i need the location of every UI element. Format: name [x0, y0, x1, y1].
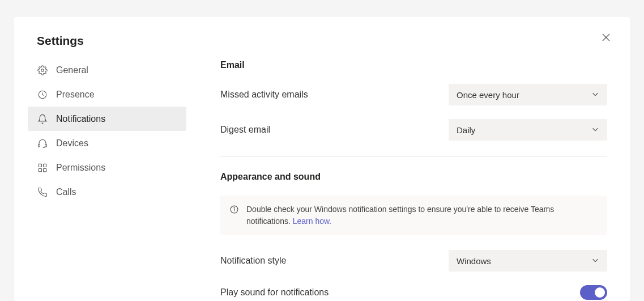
info-banner: Double check your Windows notification s… [220, 196, 607, 235]
headset-icon [37, 138, 48, 149]
sidebar-item-label: General [56, 65, 88, 75]
gear-icon [37, 65, 48, 76]
apps-icon [37, 162, 48, 173]
svg-rect-5 [45, 144, 47, 147]
sidebar: General Presence Notifications Devices [28, 58, 186, 301]
svg-rect-9 [44, 168, 46, 171]
section-email-title: Email [220, 60, 607, 70]
sidebar-item-permissions[interactable]: Permissions [28, 155, 186, 180]
chevron-down-icon [591, 256, 599, 266]
play-sound-label: Play sound for notifications [220, 287, 329, 298]
notification-style-select[interactable]: Windows [449, 250, 607, 272]
row-missed-activity: Missed activity emails Once every hour [220, 84, 607, 105]
svg-rect-4 [39, 144, 40, 147]
select-value: Daily [457, 125, 475, 135]
clock-icon [37, 89, 48, 100]
chevron-down-icon [591, 125, 599, 135]
close-icon [602, 33, 611, 44]
content: General Presence Notifications Devices [37, 58, 607, 301]
sidebar-item-label: Permissions [56, 163, 105, 173]
select-value: Windows [457, 256, 491, 266]
sidebar-item-notifications[interactable]: Notifications [28, 107, 186, 131]
chevron-down-icon [591, 90, 599, 100]
sidebar-item-general[interactable]: General [28, 58, 186, 82]
missed-activity-label: Missed activity emails [220, 90, 308, 100]
settings-dialog: Settings General Presence Notifications [14, 17, 630, 301]
row-play-sound: Play sound for notifications [220, 285, 607, 300]
svg-rect-7 [44, 164, 46, 167]
notification-style-label: Notification style [220, 256, 287, 266]
svg-rect-6 [39, 164, 41, 167]
toggle-knob [595, 287, 605, 298]
svg-point-12 [234, 207, 234, 208]
bell-icon [37, 113, 48, 125]
sidebar-item-calls[interactable]: Calls [28, 180, 186, 204]
info-text-wrap: Double check your Windows notification s… [246, 204, 598, 227]
svg-rect-8 [39, 168, 41, 171]
section-divider [220, 156, 607, 157]
svg-point-2 [41, 69, 44, 71]
sidebar-item-presence[interactable]: Presence [28, 82, 186, 107]
missed-activity-select[interactable]: Once every hour [449, 84, 607, 105]
digest-email-select[interactable]: Daily [449, 119, 607, 141]
section-appearance-title: Appearance and sound [220, 172, 607, 182]
page-title: Settings [37, 34, 607, 48]
row-notification-style: Notification style Windows [220, 250, 607, 272]
phone-icon [37, 186, 48, 198]
play-sound-toggle[interactable] [580, 285, 607, 300]
row-digest-email: Digest email Daily [220, 119, 607, 141]
sidebar-item-label: Calls [56, 187, 76, 197]
select-value: Once every hour [457, 90, 519, 100]
close-button[interactable] [598, 31, 614, 46]
main-panel: Email Missed activity emails Once every … [220, 58, 607, 301]
sidebar-item-label: Notifications [56, 114, 105, 124]
digest-email-label: Digest email [220, 125, 270, 135]
info-icon [229, 205, 240, 215]
sidebar-item-label: Presence [56, 90, 95, 100]
sidebar-item-devices[interactable]: Devices [28, 131, 186, 155]
sidebar-item-label: Devices [56, 138, 88, 149]
learn-how-link[interactable]: Learn how. [293, 217, 332, 226]
